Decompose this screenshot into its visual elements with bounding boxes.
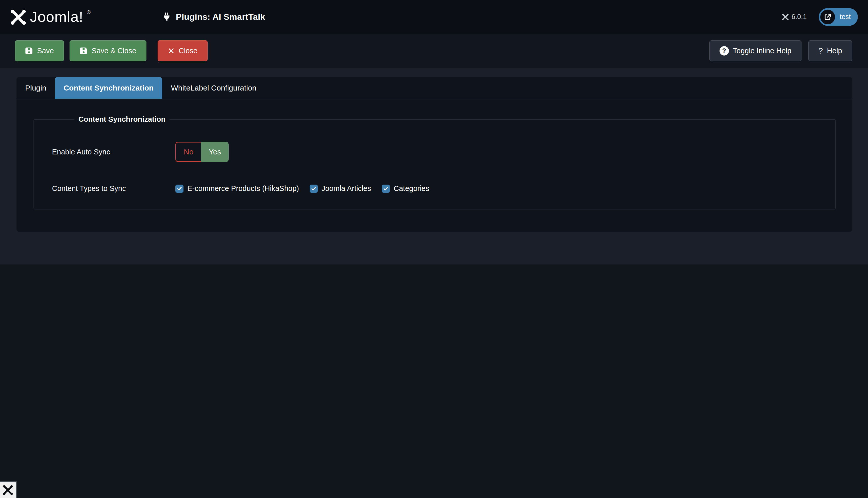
enable-auto-sync-label: Enable Auto Sync (52, 148, 175, 156)
checkbox-categories[interactable]: Categories (382, 184, 429, 193)
tab-whitelabel-configuration[interactable]: WhiteLabel Configuration (162, 77, 265, 99)
content-sync-fieldset: Content Synchronization Enable Auto Sync… (34, 115, 836, 209)
save-button[interactable]: Save (15, 40, 64, 61)
joomla-logo-text: Joomla! (30, 9, 83, 25)
checkbox-checked-icon[interactable] (310, 185, 318, 193)
toolbar: Save Save & Close Close ? Toggle Inline … (0, 34, 868, 68)
checkbox-categories-label: Categories (394, 184, 429, 193)
checkbox-hikashop-label: E-commerce Products (HikaShop) (187, 184, 299, 193)
save-icon (80, 47, 88, 55)
plug-icon (162, 12, 171, 22)
header-right: 6.0.1 test (782, 8, 858, 26)
toolbar-right-group: ? Toggle Inline Help ? Help (710, 40, 852, 61)
save-and-close-button[interactable]: Save & Close (69, 40, 146, 61)
settings-card: Plugin Content Synchronization WhiteLabe… (16, 77, 852, 232)
preview-circle (820, 10, 835, 24)
page-title-group: Plugins: AI SmartTalk (162, 12, 265, 22)
joomla-version-icon (782, 13, 789, 21)
toggle-option-no[interactable]: No (175, 142, 201, 162)
toggle-option-yes[interactable]: Yes (201, 142, 229, 162)
checkbox-checked-icon[interactable] (382, 185, 390, 193)
field-row-content-types: Content Types to Sync E-commerce Product… (52, 184, 825, 193)
joomla-version: 6.0.1 (782, 13, 807, 21)
fieldset-legend: Content Synchronization (74, 115, 169, 123)
version-number: 6.0.1 (791, 13, 807, 21)
save-button-label: Save (37, 47, 54, 55)
tab-plugin[interactable]: Plugin (16, 77, 55, 99)
question-circle-icon: ? (719, 46, 729, 55)
toggle-inline-help-label: Toggle Inline Help (733, 47, 792, 55)
checkbox-joomla-articles[interactable]: Joomla Articles (310, 184, 371, 193)
toolbar-left-group: Save Save & Close Close (15, 40, 208, 61)
checkbox-hikashop[interactable]: E-commerce Products (HikaShop) (175, 184, 299, 193)
close-button[interactable]: Close (157, 40, 208, 61)
save-and-close-label: Save & Close (92, 47, 136, 55)
content-types-label: Content Types to Sync (52, 184, 175, 193)
close-icon (168, 48, 175, 54)
check-icon (383, 186, 388, 192)
joomla-logo-icon (10, 9, 26, 25)
help-button-label: Help (827, 47, 842, 55)
save-icon (25, 47, 33, 55)
registered-mark: ® (87, 10, 91, 15)
joomla-corner-button[interactable] (0, 481, 17, 498)
joomla-logo: Joomla! ® (10, 9, 91, 25)
tab-bar: Plugin Content Synchronization WhiteLabe… (16, 77, 852, 100)
enable-auto-sync-toggle: No Yes (175, 142, 229, 162)
question-mark-icon: ? (818, 47, 823, 55)
page-title: Plugins: AI SmartTalk (176, 12, 265, 22)
checkbox-joomla-articles-label: Joomla Articles (322, 184, 371, 193)
tab-content-synchronization[interactable]: Content Synchronization (55, 77, 162, 99)
user-menu-button[interactable]: test (819, 8, 858, 26)
checkbox-checked-icon[interactable] (175, 185, 183, 193)
close-button-label: Close (179, 47, 197, 55)
top-header: Joomla! ® Plugins: AI SmartTalk 6.0.1 te… (0, 0, 868, 34)
check-icon (177, 186, 182, 192)
check-icon (311, 186, 317, 192)
tab-panel: Content Synchronization Enable Auto Sync… (16, 100, 852, 232)
field-row-enable-auto-sync: Enable Auto Sync No Yes (52, 142, 825, 162)
user-name: test (840, 13, 851, 21)
content-types-checkbox-group: E-commerce Products (HikaShop) Joomla Ar… (175, 184, 429, 193)
toggle-inline-help-button[interactable]: ? Toggle Inline Help (710, 40, 802, 61)
joomla-icon (2, 485, 13, 496)
external-link-icon (824, 13, 831, 21)
main-content: Plugin Content Synchronization WhiteLabe… (0, 68, 868, 264)
help-button[interactable]: ? Help (808, 40, 852, 61)
